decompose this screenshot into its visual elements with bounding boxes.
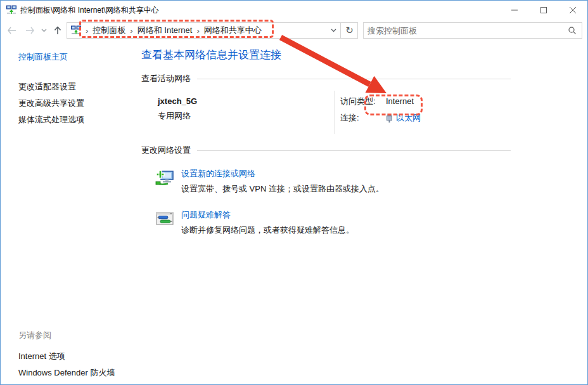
- sidebar-item-change-advanced-sharing[interactable]: 更改高级共享设置: [18, 95, 141, 112]
- search-box: [363, 22, 582, 39]
- recent-pages-button[interactable]: [39, 22, 49, 39]
- see-also-header: 另请参阅: [18, 330, 115, 341]
- address-bar[interactable]: › 控制面板 › 网络和 Internet › 网络和共享中心 ↻: [67, 22, 358, 39]
- network-name: jxtech_5G: [158, 95, 335, 108]
- connection-value: 以太网: [386, 111, 421, 125]
- change-network-settings-label: 更改网络设置: [141, 145, 191, 156]
- chevron-down-icon: [41, 29, 47, 32]
- access-type-value: Internet: [386, 95, 414, 108]
- section-divider: [197, 79, 511, 79]
- breadcrumb-network-sharing-center[interactable]: 网络和共享中心: [201, 25, 265, 36]
- task-text: 设置新的连接或网络 设置宽带、拨号或 VPN 连接；或设置路由器或接入点。: [181, 167, 384, 197]
- close-icon: [569, 6, 577, 14]
- search-icon[interactable]: [568, 26, 577, 35]
- task-text: 问题疑难解答 诊断并修复网络问题，或者获得疑难解答信息。: [181, 208, 354, 238]
- network-details: 访问类型: Internet 连接: 以太网: [335, 91, 511, 134]
- up-arrow-icon: [54, 26, 61, 35]
- active-networks-label: 查看活动网络: [141, 73, 191, 84]
- network-sharing-center-window: 控制面板\网络和 Internet\网络和共享中心: [0, 0, 588, 385]
- refresh-icon: ↻: [345, 25, 354, 36]
- sidebar: 控制面板主页 更改适配器设置 更改高级共享设置 媒体流式处理选项: [1, 41, 141, 128]
- up-button[interactable]: [49, 22, 67, 39]
- connection-label: 连接:: [340, 111, 386, 125]
- back-button[interactable]: [3, 22, 21, 39]
- network-location-icon: [71, 25, 81, 36]
- address-dropdown-button[interactable]: [326, 29, 340, 32]
- task-troubleshoot: 问题疑难解答 诊断并修复网络问题，或者获得疑难解答信息。: [141, 208, 511, 238]
- chevron-down-icon: [331, 29, 336, 32]
- see-also-windows-defender-firewall[interactable]: Windows Defender 防火墙: [18, 365, 115, 381]
- new-connection-icon: [155, 168, 174, 187]
- sidebar-item-change-adapter-settings[interactable]: 更改适配器设置: [18, 79, 141, 95]
- setup-new-connection-desc: 设置宽带、拨号或 VPN 连接；或设置路由器或接入点。: [181, 181, 384, 197]
- connection-row: 连接: 以太网: [340, 111, 511, 125]
- forward-button[interactable]: [21, 22, 39, 39]
- search-input[interactable]: [364, 26, 568, 36]
- breadcrumb-control-panel[interactable]: 控制面板: [89, 25, 129, 36]
- active-network: jxtech_5G 专用网络 访问类型: Internet 连接:: [141, 91, 511, 134]
- breadcrumb-chevron: ›: [195, 26, 200, 36]
- breadcrumb-chevron: ›: [84, 26, 89, 36]
- maximize-icon: [540, 6, 547, 14]
- network-app-icon: [6, 5, 16, 15]
- access-type-row: 访问类型: Internet: [340, 95, 511, 108]
- minimize-button[interactable]: [500, 1, 529, 20]
- window-title: 控制面板\网络和 Internet\网络和共享中心: [20, 5, 159, 16]
- maximize-button[interactable]: [529, 1, 558, 20]
- network-identity: jxtech_5G 专用网络: [141, 91, 335, 134]
- back-arrow-icon: [7, 27, 17, 34]
- active-networks-section: 查看活动网络: [141, 73, 511, 84]
- toolbar: › 控制面板 › 网络和 Internet › 网络和共享中心 ↻: [1, 20, 587, 41]
- ethernet-link[interactable]: 以太网: [396, 111, 421, 125]
- sidebar-item-control-panel-home[interactable]: 控制面板主页: [18, 51, 141, 63]
- sidebar-item-media-streaming-options[interactable]: 媒体流式处理选项: [18, 112, 141, 128]
- troubleshoot-link[interactable]: 问题疑难解答: [181, 208, 354, 222]
- see-also-internet-options[interactable]: Internet 选项: [18, 348, 115, 365]
- see-also-section: 另请参阅 Internet 选项 Windows Defender 防火墙: [18, 330, 115, 381]
- main-content: 查看基本网络信息并设置连接 查看活动网络 jxtech_5G 专用网络 访问类型…: [141, 41, 511, 238]
- close-button[interactable]: [558, 1, 587, 20]
- troubleshoot-desc: 诊断并修复网络问题，或者获得疑难解答信息。: [181, 222, 354, 238]
- setup-new-connection-link[interactable]: 设置新的连接或网络: [181, 167, 384, 181]
- breadcrumb-network-internet[interactable]: 网络和 Internet: [134, 25, 196, 36]
- change-network-settings-section: 更改网络设置: [141, 145, 511, 156]
- breadcrumb-chevron: ›: [129, 26, 134, 36]
- network-profile: 专用网络: [158, 108, 335, 124]
- section-divider: [197, 150, 511, 151]
- ethernet-plug-icon: [386, 114, 393, 123]
- access-type-label: 访问类型:: [340, 95, 386, 108]
- page-title: 查看基本网络信息并设置连接: [141, 48, 511, 62]
- titlebar: 控制面板\网络和 Internet\网络和共享中心: [1, 1, 587, 20]
- task-setup-new-connection: 设置新的连接或网络 设置宽带、拨号或 VPN 连接；或设置路由器或接入点。: [141, 167, 511, 197]
- forward-arrow-icon: [25, 27, 35, 34]
- minimize-icon: [511, 6, 518, 14]
- troubleshoot-icon: [155, 209, 174, 228]
- window-controls: [500, 1, 587, 20]
- refresh-button[interactable]: ↻: [340, 22, 358, 39]
